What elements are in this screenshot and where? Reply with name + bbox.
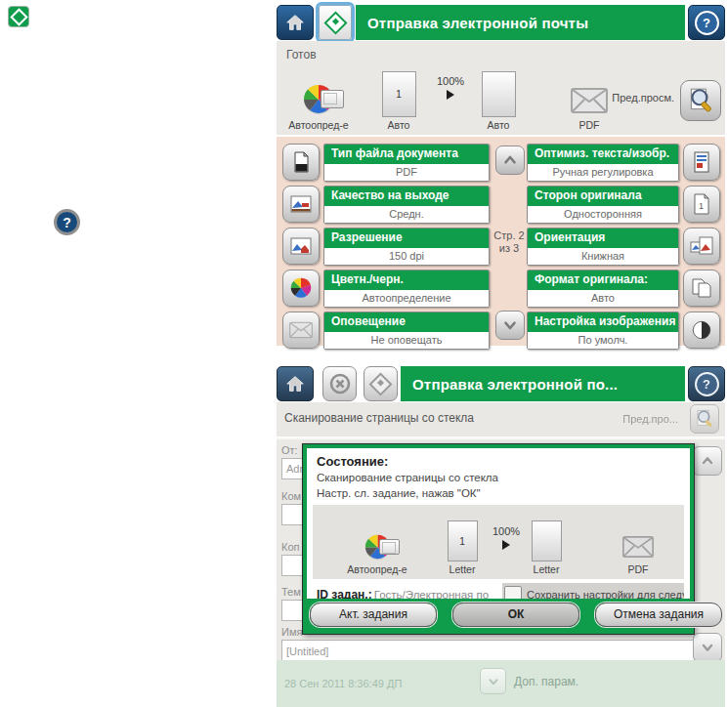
dialog-button-band: Акт. задания ОК Отмена задания (307, 599, 690, 630)
preview-label: Пред.про... (622, 413, 678, 425)
help-icon: ? (54, 209, 80, 235)
more-options-label: Доп. парам. (514, 675, 578, 688)
cancel-job-button[interactable]: Отмена задания (595, 603, 722, 627)
arrow-right-icon (447, 90, 454, 100)
file-name-field[interactable]: [Untitled] (281, 640, 695, 662)
chevron-up-icon (700, 453, 715, 469)
option-orientation[interactable]: ОриентацияКнижная (527, 227, 720, 266)
dialog-heading: Состояние: (317, 454, 388, 469)
question-glyph: ? (63, 215, 71, 230)
start-button[interactable] (319, 5, 352, 40)
ok-button[interactable]: ОК (452, 603, 579, 627)
diamond-glyph (10, 8, 27, 25)
scroll-up-button[interactable] (495, 146, 525, 175)
zoom-summary: 100% (428, 75, 473, 100)
input-pages-summary: 1 Letter (438, 520, 487, 575)
option-image-adjustment[interactable]: Настройка изображенияПо умолч. (527, 311, 720, 350)
page-icon (532, 520, 562, 561)
option-optimize-text-image[interactable]: Оптимиз. текста/изобр.Ручная регулировка (527, 143, 720, 182)
output-pages-summary: Letter (522, 520, 571, 575)
subject-field[interactable] (281, 600, 303, 621)
home-icon (284, 373, 306, 395)
header-bar: Отправка электронной по... ? (277, 366, 725, 401)
subject-label: Тем (281, 586, 301, 598)
envelope-icon (289, 320, 313, 340)
cancel-button[interactable] (322, 366, 357, 401)
page-icon: 1 (382, 71, 416, 117)
chevron-down-icon (501, 316, 519, 334)
option-original-sides[interactable]: Сторон оригиналаОдносторонняя 1 (527, 185, 720, 224)
preview-button (690, 404, 719, 434)
footer-bar: 28 Сен 2011 8:36:49 ДП Доп. парам. (277, 660, 725, 707)
preview-button[interactable] (680, 80, 721, 121)
copy-field[interactable] (281, 555, 303, 576)
photo-icon (289, 234, 313, 258)
help-button[interactable]: ? (688, 366, 725, 401)
from-label: От: (281, 444, 298, 456)
start-button[interactable] (364, 366, 398, 401)
email-options-screen: Отправка электронной почты ? Готов Автоо… (277, 5, 725, 345)
file-type-summary: PDF (614, 520, 663, 575)
more-options-button[interactable] (480, 668, 506, 694)
comment-field[interactable] (281, 504, 303, 525)
envelope-icon (571, 88, 608, 113)
email-form-area: От: Adr Ком Коп Тем Имя [Untitled] Состо… (277, 437, 725, 660)
page-title: Отправка электронной почты (356, 5, 685, 40)
scan-summary-box: Автоопред-е 1 Letter 100% Letter (313, 505, 684, 579)
help-icon: ? (695, 372, 719, 396)
magnifier-icon (694, 408, 715, 430)
home-button[interactable] (277, 366, 314, 401)
home-icon (284, 12, 306, 33)
option-file-type[interactable]: Тип файла документаPDF (282, 143, 490, 182)
file-type-summary: PDF (562, 70, 617, 131)
copy-label: Коп (281, 541, 299, 553)
email-scanning-screen: Отправка электронной по... ? Сканировани… (277, 366, 725, 707)
option-output-quality[interactable]: Качество на выходеСредн. (282, 185, 490, 224)
option-original-size[interactable]: Формат оригинала:Авто (527, 269, 720, 308)
start-icon (8, 6, 29, 27)
magnifier-icon (686, 86, 715, 115)
start-diamond-icon (368, 372, 392, 395)
help-button[interactable]: ? (688, 5, 725, 40)
status-area: Готов Автоопред-е 1 Авто 100% (277, 41, 725, 135)
options-grid: Тип файла документаPDF Качество на выход… (277, 136, 725, 346)
scroll-down-button[interactable] (495, 311, 525, 340)
options-column-right: Оптимиз. текста/изобр.Ручная регулировка… (527, 143, 720, 350)
color-wheel-icon (290, 277, 312, 299)
home-button[interactable] (277, 5, 314, 40)
two-pages-icon (690, 276, 713, 300)
chevron-down-icon (487, 675, 500, 688)
timestamp: 28 Сен 2011 8:36:49 ДП (284, 678, 402, 689)
scan-status-text: Сканирование страницы со стекла (284, 411, 474, 425)
dialog-status-line: Сканирование страницы со стекла (317, 472, 498, 483)
page-icon (379, 539, 400, 555)
start-diamond-icon (323, 11, 347, 34)
option-color-black[interactable]: Цветн./черн.Автоопределение (282, 269, 490, 308)
chevron-down-icon (700, 640, 715, 655)
ready-status: Готов (286, 48, 317, 62)
header-bar: Отправка электронной почты ? (277, 5, 725, 40)
scroll-up-button[interactable] (693, 446, 722, 476)
file-name-label: Имя (281, 626, 302, 638)
status-dialog: Состояние: Сканирование страницы со стек… (302, 443, 695, 635)
page-icon (482, 71, 516, 117)
document-icon (289, 150, 313, 174)
dialog-hint-line: Настр. сл. задание, нажав "ОК" (317, 487, 481, 499)
page-indicator: Стр. 2 из 3 (486, 229, 533, 255)
color-mode-summary: Автоопред-е (277, 78, 361, 131)
svg-text:1: 1 (699, 201, 704, 211)
output-pages-summary: Авто (470, 71, 527, 131)
chevron-up-icon (501, 151, 519, 169)
arrow-right-icon (502, 540, 510, 550)
comment-label: Ком (281, 490, 301, 502)
input-pages-summary: 1 Авто (370, 71, 427, 131)
orientation-icon (690, 234, 713, 258)
active-jobs-button[interactable]: Акт. задания (310, 603, 437, 627)
page-icon: 1 (448, 520, 478, 561)
circle-x-icon (328, 372, 352, 395)
color-mode-summary: Автоопред-е (338, 532, 416, 575)
option-notification[interactable]: ОповещениеНе оповещать (282, 311, 490, 350)
option-resolution[interactable]: Разрешение150 dpi (282, 227, 490, 266)
scroll-down-button[interactable] (693, 633, 722, 662)
help-icon: ? (695, 11, 719, 35)
